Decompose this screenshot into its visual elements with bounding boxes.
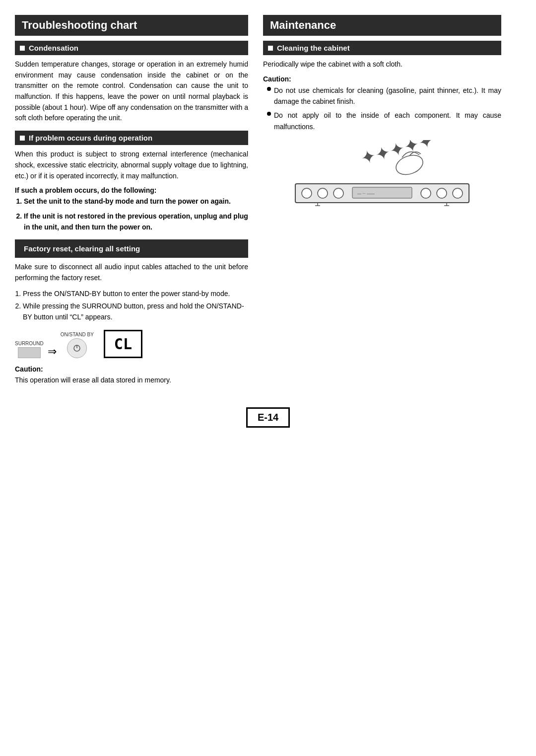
condensation-label: Condensation xyxy=(29,44,78,52)
power-icon xyxy=(73,344,81,352)
cl-display: CL xyxy=(104,330,142,358)
svg-point-10 xyxy=(421,188,431,198)
maintenance-title: Maintenance xyxy=(263,15,501,36)
factory-caution-body: This operation will erase all data store… xyxy=(15,375,248,386)
cleaning-body: Periodically wipe the cabinet with a sof… xyxy=(263,59,501,70)
surround-button-graphic xyxy=(18,347,41,358)
onstandby-button-graphic xyxy=(67,338,87,358)
problem-body: When this product is subject to strong e… xyxy=(15,149,248,181)
problem-section: If problem occurs during operation When … xyxy=(15,131,248,232)
onstandby-btn-item: ON/STAND BY xyxy=(61,332,94,358)
surround-btn-item: SURROUND xyxy=(15,341,44,358)
cleaning-caution-label: Caution: xyxy=(263,75,501,83)
device-illustration: ✦✦✦✦✦✦✦ — ··· —— xyxy=(263,140,501,207)
onstandby-label: ON/STAND BY xyxy=(61,332,94,337)
factory-step-2: While pressing the SURROUND button, pres… xyxy=(23,301,248,322)
arrow-icon: ⇒ xyxy=(48,345,57,358)
problem-step-1: Set the unit to the stand-by mode and tu… xyxy=(24,196,248,207)
condensation-section: Condensation Sudden temperature changes,… xyxy=(15,41,248,124)
problem-label: If problem occurs during operation xyxy=(29,134,152,142)
right-column: Maintenance Cleaning the cabinet Periodi… xyxy=(258,15,501,392)
svg-text:— ··· ——: — ··· —— xyxy=(357,191,375,196)
cleaning-bullet-icon xyxy=(268,46,273,51)
device-body-sketch: — ··· —— xyxy=(293,180,471,207)
svg-point-7 xyxy=(334,188,343,198)
svg-point-11 xyxy=(437,188,447,198)
page-number-row: E-14 xyxy=(15,407,521,428)
cleaning-bullet-1: Do not use chemicals for cleaning (gasol… xyxy=(267,85,501,107)
problem-steps-list: Set the unit to the stand-by mode and tu… xyxy=(24,196,248,232)
cleaning-section: Cleaning the cabinet Periodically wipe t… xyxy=(263,41,501,207)
svg-point-5 xyxy=(302,188,312,198)
problem-header: If problem occurs during operation xyxy=(15,131,248,145)
svg-point-6 xyxy=(318,188,328,198)
factory-diagram: SURROUND ⇒ ON/STAND BY CL xyxy=(15,330,248,358)
condensation-body: Sudden temperature changes, storage or o… xyxy=(15,59,248,124)
problem-step-2: If the unit is not restored in the previ… xyxy=(24,211,248,232)
left-column: Troubleshooting chart Condensation Sudde… xyxy=(15,15,258,392)
cloth-sketch: ✦✦✦✦✦✦✦ xyxy=(333,140,432,180)
bullet-dot-1 xyxy=(267,87,271,91)
cleaning-bullet-2-text: Do not apply oil to the inside of each c… xyxy=(274,110,501,132)
factory-header: Factory reset, clearing all setting xyxy=(15,239,248,258)
factory-section: Factory reset, clearing all setting Make… xyxy=(15,239,248,385)
surround-label: SURROUND xyxy=(15,341,44,346)
cleaning-bullet-2: Do not apply oil to the inside of each c… xyxy=(267,110,501,132)
factory-step-1: Press the ON/STAND-BY button to enter th… xyxy=(23,289,248,300)
svg-text:✦✦✦✦✦✦✦: ✦✦✦✦✦✦✦ xyxy=(359,140,432,169)
page-number: E-14 xyxy=(246,407,290,428)
factory-label: Factory reset, clearing all setting xyxy=(24,244,140,253)
cleaning-label: Cleaning the cabinet xyxy=(277,44,350,52)
cleaning-bullet-1-text: Do not use chemicals for cleaning (gasol… xyxy=(274,85,501,107)
bullet-dot-2 xyxy=(267,112,271,116)
troubleshooting-title: Troubleshooting chart xyxy=(15,15,248,36)
factory-body: Make sure to disconnect all audio input … xyxy=(15,262,248,283)
condensation-bullet-icon xyxy=(20,46,25,51)
cleaning-bullet-list: Do not use chemicals for cleaning (gasol… xyxy=(267,85,501,133)
factory-steps-list: Press the ON/STAND-BY button to enter th… xyxy=(15,289,248,323)
problem-bullet-icon xyxy=(20,136,25,141)
problem-sub-heading: If such a problem occurs, do the followi… xyxy=(15,186,248,194)
condensation-header: Condensation xyxy=(15,41,248,55)
cleaning-header: Cleaning the cabinet xyxy=(263,41,501,55)
page-container: Troubleshooting chart Condensation Sudde… xyxy=(15,15,521,392)
factory-caution-label: Caution: xyxy=(15,365,248,373)
svg-point-12 xyxy=(453,188,463,198)
